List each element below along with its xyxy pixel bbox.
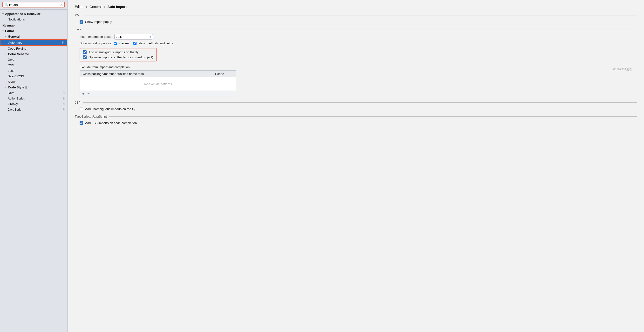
triangle-icon: ▼ (2, 13, 4, 15)
sidebar-item-cstyle-groovy[interactable]: Groovy ⎘ (0, 101, 67, 107)
copy-icon: ⎘ (62, 41, 64, 44)
sidebar-item-label: Keymap (2, 24, 15, 27)
sidebar-item-code-folding[interactable]: Code Folding (0, 46, 67, 51)
popup-static-checkbox[interactable] (134, 42, 136, 45)
jsp-section-label: JSP (75, 101, 80, 104)
show-import-popup-for-label: Show import popup for: (80, 41, 112, 45)
xml-section-divider: XML (75, 13, 637, 17)
copy-icon: ⎘ (63, 108, 64, 111)
ts-section-divider: TypeScript / JavaScript (75, 115, 637, 118)
sidebar-item-label: JavaScript (8, 108, 22, 111)
breadcrumb-editor: Editor (75, 5, 84, 9)
exclude-table-body: No exclude patterns (80, 77, 236, 91)
sidebar-item-label: Less (8, 69, 14, 72)
triangle-icon: ▼ (5, 53, 7, 55)
xml-show-import-popup-row: Show import popup (80, 20, 637, 24)
java-section-label: Java (75, 27, 81, 31)
exclude-section: Exclude from import and completion: Clas… (80, 65, 637, 97)
insert-imports-label: Insert imports on paste: (80, 35, 112, 38)
sidebar-item-cstyle-actionscript[interactable]: ActionScript ⎘ (0, 96, 67, 101)
sidebar-item-editor[interactable]: ▼ Editor (0, 28, 67, 34)
sidebar-item-label: Code Folding (8, 47, 26, 50)
sidebar-item-code-style[interactable]: ▼ Code Style ⎘ (0, 85, 67, 90)
nav-section-appearance: ▼ Appearance & Behavior Notifications (0, 11, 67, 22)
add-unambiguous-checkbox[interactable] (83, 50, 86, 54)
ts-divider-line (109, 116, 637, 117)
insert-imports-dropdown[interactable]: Ask Always Never (114, 34, 153, 39)
exclude-table: Class/package/member qualified name mask… (80, 70, 236, 97)
optimize-imports-label: Optimize imports on the fly (for current… (88, 55, 153, 59)
search-clear-button[interactable]: ✕ (60, 3, 63, 6)
jsp-add-unambiguous-row: Add unambiguous imports on the fly (80, 107, 637, 111)
sidebar-item-label: General (8, 35, 20, 38)
sidebar-item-keymap[interactable]: Keymap (0, 23, 67, 28)
jsp-add-unambiguous-checkbox[interactable] (80, 107, 83, 111)
ts-add-es6-checkbox[interactable] (80, 121, 83, 125)
exclude-col-scope: Scope (212, 71, 236, 77)
search-bar: 🔍 ✕ (0, 0, 67, 10)
breadcrumb-sep-2: › (104, 5, 106, 9)
exclude-table-footer: + − (80, 91, 236, 97)
sidebar-item-cs-sass[interactable]: Sass/SCSS (0, 73, 67, 79)
add-unambiguous-label: Add unambiguous imports on the fly (88, 50, 138, 54)
exclude-remove-button[interactable]: − (87, 92, 90, 96)
copy-icon: ⎘ (63, 97, 64, 100)
insert-imports-on-paste-row: Insert imports on paste: Ask Always Neve… (80, 34, 637, 39)
main-content: Editor › General › Auto Import XML Show … (68, 0, 644, 332)
sidebar-item-color-scheme[interactable]: ▼ Color Scheme (0, 51, 67, 57)
sidebar-item-cs-stylus[interactable]: Stylus (0, 79, 67, 85)
popup-static-label: static methods and fields (138, 41, 173, 45)
breadcrumb-general: General (90, 5, 102, 9)
sidebar-item-label: Editor (5, 29, 14, 33)
exclude-add-button[interactable]: + (82, 92, 85, 96)
breadcrumb: Editor › General › Auto Import (75, 5, 637, 9)
search-icon: 🔍 (4, 3, 8, 6)
java-section-divider: Java (75, 27, 637, 31)
sidebar-item-label: ActionScript (8, 97, 24, 100)
sidebar-item-label: Code Style (8, 85, 24, 89)
copy-icon: ⎘ (63, 102, 64, 106)
sidebar-item-cs-java[interactable]: Java (0, 57, 67, 62)
nav-section-editor: ▼ Editor ▼ General Auto Import ⎘ Code Fo… (0, 28, 67, 112)
java-divider-line (84, 29, 637, 29)
exclude-table-header: Class/package/member qualified name mask… (80, 71, 236, 77)
optimize-imports-row: Optimize imports on the fly (for current… (83, 55, 153, 59)
sidebar-item-auto-import[interactable]: Auto Import ⎘ (0, 39, 67, 46)
sidebar-item-label: Java (8, 58, 14, 61)
sidebar: 🔍 ✕ ▼ Appearance & Behavior Notification… (0, 0, 68, 332)
insert-imports-dropdown-wrapper: Ask Always Never (114, 34, 153, 39)
sidebar-item-cstyle-javascript[interactable]: JavaScript ⎘ (0, 107, 67, 112)
sidebar-item-label: Color Scheme (8, 52, 29, 56)
xml-show-import-popup-checkbox[interactable] (80, 20, 83, 24)
sidebar-item-appearance-behavior[interactable]: ▼ Appearance & Behavior (0, 11, 67, 17)
ts-section-label: TypeScript / JavaScript (75, 115, 107, 118)
sidebar-item-notifications[interactable]: Notifications (0, 17, 67, 22)
search-input-wrapper: 🔍 ✕ (2, 2, 65, 7)
ts-add-es6-row: Add ES6 imports on code completion (80, 121, 637, 125)
copy-icon: ⎘ (25, 86, 27, 89)
triangle-icon: ▼ (5, 35, 7, 38)
sidebar-item-label: Sass/SCSS (8, 74, 24, 78)
highlighted-options-box: Add unambiguous imports on the fly Optim… (80, 48, 156, 61)
add-unambiguous-row: Add unambiguous imports on the fly (83, 50, 153, 54)
popup-classes-label: classes (119, 41, 129, 45)
sidebar-item-cstyle-java[interactable]: Java ⎘ (0, 90, 67, 96)
show-import-popup-for-row: Show import popup for: classes static me… (80, 41, 637, 45)
sidebar-item-cs-less[interactable]: Less (0, 68, 67, 73)
jsp-section-divider: JSP (75, 101, 637, 104)
breadcrumb-sep-1: › (86, 5, 88, 9)
search-input[interactable] (9, 3, 59, 6)
jsp-add-unambiguous-label: Add unambiguous imports on the fly (85, 107, 135, 111)
exclude-label: Exclude from import and completion: (80, 65, 637, 69)
exclude-empty-label: No exclude patterns (144, 82, 172, 86)
jsp-divider-line (83, 102, 637, 103)
triangle-icon: ▼ (2, 30, 4, 32)
sidebar-item-cs-css[interactable]: CSS (0, 62, 67, 68)
ts-add-es6-label: Add ES6 imports on code completion (85, 121, 137, 125)
exclude-col-name: Class/package/member qualified name mask (80, 71, 212, 77)
xml-section-label: XML (75, 13, 81, 17)
popup-classes-checkbox[interactable] (114, 42, 117, 45)
sidebar-item-label: Auto Import (8, 41, 24, 44)
sidebar-item-general[interactable]: ▼ General (0, 34, 67, 39)
optimize-imports-checkbox[interactable] (83, 55, 86, 59)
